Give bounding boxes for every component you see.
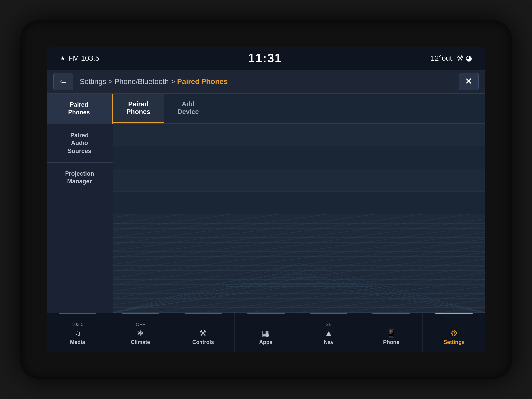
breadcrumb-active: Paired Phones [177, 77, 228, 86]
nav-item-settings[interactable]: ⚙ Settings [423, 313, 485, 352]
sidebar-paired-audio-label: PairedAudioSources [68, 132, 91, 154]
nav-phone-sublabel [391, 322, 392, 327]
nav-nav-label: Nav [324, 339, 333, 345]
nav-phone-label: Phone [383, 339, 399, 345]
sidebar-item-paired-audio[interactable]: PairedAudioSources [47, 124, 113, 163]
nav-phone-icon: 📱 [386, 329, 397, 337]
globe-icon: ◕ [466, 54, 472, 63]
status-right: 12°out. ⚒ ◕ [431, 54, 472, 63]
nav-controls-label: Controls [192, 339, 214, 345]
nav-media-icon: ♫ [74, 329, 81, 337]
device-frame: ★ FM 103.5 11:31 12°out. ⚒ ◕ ⇦ Settings … [20, 20, 512, 379]
nav-item-nav[interactable]: SE ▲ Nav [297, 313, 360, 352]
close-icon: ✕ [465, 76, 472, 87]
breadcrumb-path: Settings > Phone/Bluetooth > [80, 77, 177, 86]
nav-nav-sublabel: SE [326, 322, 332, 327]
tab-paired-phones-label: PairedPhones [126, 100, 150, 115]
nav-settings-label: Settings [444, 339, 465, 345]
nav-climate-icon: ❄ [137, 329, 144, 337]
stripe-area [113, 214, 485, 313]
nav-apps-sublabel [265, 322, 267, 327]
back-button[interactable]: ⇦ [53, 73, 73, 90]
controls-icon: ⚒ [457, 54, 463, 63]
left-sidebar: PairedPhones PairedAudioSources Projecti… [47, 94, 113, 313]
nav-climate-sublabel: OFF [136, 322, 145, 327]
nav-controls-icon: ⚒ [199, 329, 207, 337]
nav-apps-label: Apps [259, 339, 273, 345]
clock: 11:31 [248, 51, 282, 65]
screen: ★ FM 103.5 11:31 12°out. ⚒ ◕ ⇦ Settings … [47, 47, 485, 352]
stripe-lines [113, 219, 485, 313]
nav-controls-sublabel [202, 322, 204, 327]
station-label: FM 103.5 [68, 54, 99, 63]
nav-settings-icon: ⚙ [450, 329, 458, 337]
device-list-row [113, 169, 485, 192]
tab-add-device-label: AddDevice [177, 100, 199, 115]
nav-media-sublabel: 103.5 [72, 322, 83, 327]
device-list-row [113, 124, 485, 146]
close-button[interactable]: ✕ [459, 73, 479, 90]
device-list [113, 124, 485, 313]
nav-item-controls[interactable]: ⚒ Controls [172, 313, 235, 352]
nav-item-phone[interactable]: 📱 Phone [360, 313, 423, 352]
sidebar-item-projection[interactable]: ProjectionManager [47, 163, 113, 193]
sidebar-paired-phones-label: PairedPhones [68, 101, 90, 116]
bottom-nav: 103.5 ♫ Media OFF ❄ Climate ⚒ Controls ▦… [47, 313, 485, 352]
right-content: PairedPhones AddDevice [113, 94, 485, 313]
nav-item-apps[interactable]: ▦ Apps [235, 313, 298, 352]
nav-item-media[interactable]: 103.5 ♫ Media [47, 313, 109, 352]
radio-signal-icon: ★ [60, 55, 65, 62]
breadcrumb-bar: ⇦ Settings > Phone/Bluetooth > Paired Ph… [47, 70, 485, 94]
device-list-row [113, 192, 485, 214]
tab-paired-phones[interactable]: PairedPhones [113, 94, 164, 123]
status-left: ★ FM 103.5 [60, 54, 99, 63]
nav-item-climate[interactable]: OFF ❄ Climate [109, 313, 172, 352]
main-content: PairedPhones PairedAudioSources Projecti… [47, 94, 485, 313]
temperature-label: 12°out. [431, 54, 454, 63]
back-arrow-icon: ⇦ [60, 77, 66, 86]
nav-climate-label: Climate [131, 339, 150, 345]
breadcrumb: Settings > Phone/Bluetooth > Paired Phon… [80, 77, 452, 86]
tab-add-device[interactable]: AddDevice [164, 94, 212, 123]
nav-media-label: Media [70, 339, 85, 345]
sidebar-projection-label: ProjectionManager [65, 170, 94, 185]
nav-settings-sublabel [453, 322, 455, 327]
nav-apps-icon: ▦ [262, 329, 270, 337]
nav-nav-icon: ▲ [324, 329, 333, 337]
tab-bar: PairedPhones AddDevice [113, 94, 485, 124]
sidebar-item-paired-phones[interactable]: PairedPhones [47, 94, 113, 124]
status-bar: ★ FM 103.5 11:31 12°out. ⚒ ◕ [47, 47, 485, 70]
device-list-row [113, 146, 485, 169]
